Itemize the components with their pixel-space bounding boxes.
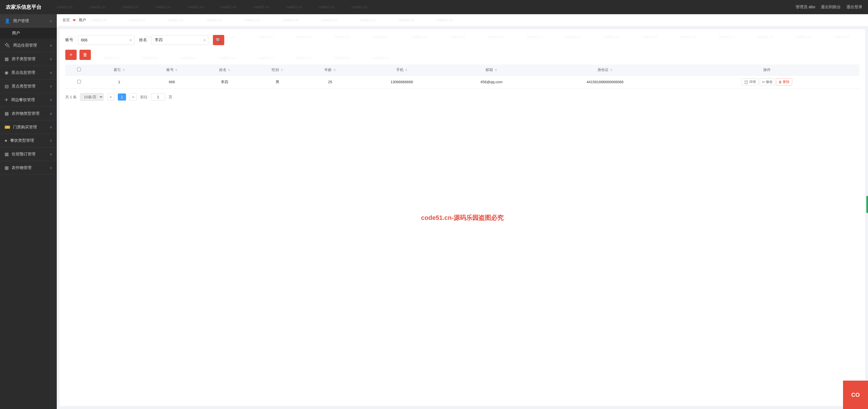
search-button[interactable]: 🔍 [213,35,224,45]
sidebar: 👤 用户管理 ∧ 用户 🔌 周边住宿管理 ∨ ▦ 房子类型管理 ∨ ◉ [0,14,57,409]
detail-button[interactable]: 📋 详情 [741,78,758,86]
table-body: 1 666 李四 男 25 13066666666 456@qq.com 441… [65,76,860,89]
edit-button[interactable]: ✏ 修改 [760,78,775,86]
row-checkbox[interactable] [77,80,81,84]
sidebar-item-lodging-reserve[interactable]: ▦ 住宿预订管理 ∨ [0,147,57,161]
app-title: 农家乐信息平台 [6,4,41,10]
navbar-watermark: code51.cn code51.cn code51.cn code51.cn … [57,0,868,14]
name-input[interactable] [152,35,208,45]
td-email: 456@qq.com [447,76,536,89]
td-age: 25 [304,76,356,89]
td-gender: 男 [251,76,304,89]
chevron-down-icon-8: ∨ [50,139,52,143]
sidebar-label-ticket: 门票购买管理 [13,125,37,130]
name-input-wrap: ✕ [152,35,208,45]
add-button[interactable]: + [65,50,76,60]
ticket-icon: 🎫 [4,124,10,130]
account-input[interactable] [78,35,134,45]
chevron-down-icon: ∨ [50,43,52,48]
td-idcard: 441581666666666666 [536,76,674,89]
sidebar-item-scenic-info[interactable]: ◉ 景点信息管理 ∨ [0,66,57,80]
th-name: 姓名 ⇅ [198,64,251,76]
next-page-button[interactable]: > [129,93,137,100]
th-phone: 手机 ⇅ [356,64,447,76]
td-phone: 13066666666 [356,76,447,89]
chevron-down-icon-10: ∨ [50,166,52,170]
sidebar-label-food-type: 餐饮类型管理 [10,138,34,143]
main-content: 首页 ❤ 用户 code51.cn code51.cn code51.cn co… [57,14,868,409]
sidebar-item-scenic-type[interactable]: ▤ 景点类型管理 ∨ [0,80,57,93]
th-operation: 操作 [674,64,860,76]
top-navbar: 农家乐信息平台 code51.cn code51.cn code51.cn co… [0,0,868,14]
th-email: 邮箱 ⇅ [447,64,536,76]
batch-delete-button[interactable]: 🗑 [80,50,91,60]
chevron-down-icon-6: ∨ [50,112,52,116]
th-idcard-label: 身份证 [597,67,609,72]
sidebar-item-food-type[interactable]: ● 餐饮类型管理 ∨ [0,134,57,147]
sidebar-item-ticket-mgmt[interactable]: 🎫 门票购买管理 ∨ [0,120,57,134]
nav-logout-button[interactable]: 退出登录 [846,4,862,10]
table-header-row: 索引 ⇅ 账号 ⇅ 姓名 ⇅ 性别 ⇅ [65,64,860,76]
sort-icon-phone: ⇅ [405,68,407,71]
search-area: 账号 ✕ 姓名 ✕ 🔍 [65,35,860,45]
page-unit: 页 [168,95,172,100]
total-count: 共 1 条 [65,95,76,100]
chevron-down-icon-5: ∨ [50,98,52,102]
sidebar-label-crop-type: 农作物类型管理 [12,111,39,116]
chevron-up-icon: ∧ [50,19,52,23]
th-account-label: 账号 [166,67,174,72]
breadcrumb-current: 用户 [79,18,86,23]
action-area: + 🗑 [65,50,860,60]
sort-icon-gender: ⇅ [281,68,283,71]
td-name: 李四 [198,76,251,89]
sidebar-item-dining-mgmt[interactable]: ✈ 周边餐饮管理 ∨ [0,93,57,107]
scenic-type-icon: ▤ [4,84,9,89]
sort-icon-account: ⇅ [175,68,177,71]
table-head: 索引 ⇅ 账号 ⇅ 姓名 ⇅ 性别 ⇅ [65,64,860,76]
td-index: 1 [93,76,146,89]
page-size-select[interactable]: 10条/页 [80,93,103,101]
plus-icon: + [69,52,73,58]
lodging-reserve-icon: ▦ [4,151,9,157]
td-operations: 📋 详情 ✏ 修改 🗑 删除 [674,76,860,89]
crop-type-icon: ▦ [4,111,9,116]
trash-icon: 🗑 [83,52,87,57]
th-gender-label: 性别 [272,67,279,72]
sidebar-item-crop-type[interactable]: ▦ 农作物类型管理 ∨ [0,107,57,120]
th-operation-label: 操作 [763,67,771,72]
th-email-label: 邮箱 [486,67,493,72]
sort-icon-age: ⇅ [334,68,336,71]
goto-input[interactable] [151,93,165,100]
delete-button[interactable]: 🗑 删除 [776,78,792,86]
sort-icon-email: ⇅ [495,68,497,71]
name-clear-icon[interactable]: ✕ [203,38,206,42]
sidebar-item-user-mgmt[interactable]: 👤 用户管理 ∧ [0,14,57,28]
account-clear-icon[interactable]: ✕ [129,38,132,42]
page-body: code51.cncode51.cncode51.cncode51.cncode… [60,29,865,406]
account-label: 账号 [65,37,73,42]
sidebar-label-user-mgmt: 用户管理 [13,19,29,24]
sidebar-item-crop-mgmt[interactable]: ▦ 农作物管理 ∨ [0,161,57,175]
chevron-down-icon-2: ∨ [50,57,52,61]
sidebar-label-scenic-info: 景点信息管理 [11,70,35,75]
th-age-label: 年龄 [324,67,332,72]
sidebar-label-user: 用户 [12,31,20,35]
nav-front-button[interactable]: 退出到前台 [821,4,841,10]
sidebar-label-scenic-type: 景点类型管理 [12,84,35,89]
breadcrumb-home[interactable]: 首页 [62,18,70,23]
th-phone-label: 手机 [396,67,404,72]
breadcrumb-watermark: code51.cn code51.cn code51.cn code51.cn … [91,14,868,26]
sidebar-item-user[interactable]: 用户 [0,28,57,39]
goto-text: 前往 [140,95,148,100]
lodging-icon: 🔌 [4,42,10,48]
prev-page-button[interactable]: < [107,93,114,100]
corner-element: CO [843,381,868,409]
sidebar-item-lodging-mgmt[interactable]: 🔌 周边住宿管理 ∨ [0,39,57,52]
sidebar-label-lodging: 周边住宿管理 [13,43,37,48]
select-all-checkbox[interactable] [77,67,81,71]
sidebar-label-dining: 周边餐饮管理 [11,97,35,103]
sidebar-item-room-type-mgmt[interactable]: ▦ 房子类型管理 ∨ [0,52,57,66]
sort-icon-idcard: ⇅ [610,68,613,71]
pagination: 共 1 条 10条/页 < 1 > 前往 页 [65,93,860,101]
data-table: 索引 ⇅ 账号 ⇅ 姓名 ⇅ 性别 ⇅ [65,64,860,89]
